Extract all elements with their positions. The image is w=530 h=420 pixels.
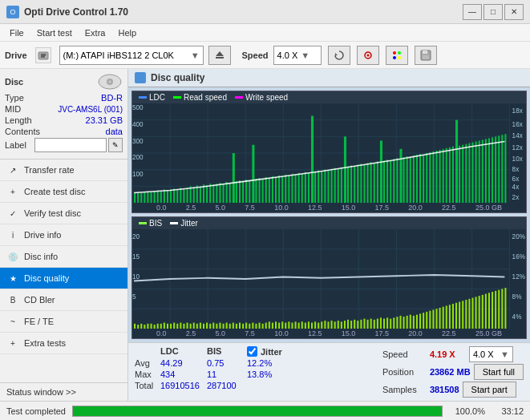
- sidebar-item-disc-quality[interactable]: ★ Disc quality: [0, 268, 127, 289]
- svg-rect-234: [321, 321, 322, 329]
- start-part-button[interactable]: Start part: [463, 382, 516, 398]
- svg-rect-110: [383, 160, 385, 203]
- sidebar-item-cd-bler[interactable]: B CD Bler: [0, 289, 127, 311]
- sidebar-item-create-test-disc[interactable]: + Create test disc: [0, 181, 127, 203]
- svg-rect-143: [492, 137, 493, 203]
- position-row: Position 23862 MB Start full: [382, 364, 524, 380]
- refresh-button[interactable]: [328, 46, 350, 65]
- chart-title: Disc quality: [151, 72, 204, 83]
- sidebar-item-transfer-rate[interactable]: ↗ Transfer rate: [0, 160, 127, 181]
- svg-text:100: 100: [132, 171, 144, 178]
- bis-legend: BIS: [139, 219, 162, 228]
- svg-rect-144: [495, 136, 496, 203]
- jitter-legend-dot: [170, 222, 178, 224]
- close-button[interactable]: ✕: [504, 4, 524, 20]
- menu-extra[interactable]: Extra: [79, 26, 112, 39]
- bis-total: 287100: [207, 381, 247, 390]
- sidebar-item-drive-info[interactable]: i Drive info: [0, 224, 127, 246]
- svg-rect-202: [216, 324, 217, 329]
- content-area: Disc quality LDC Read speed: [128, 69, 530, 401]
- contents-value: data: [106, 127, 123, 136]
- svg-rect-224: [288, 321, 289, 329]
- bottom-chart-x-axis: 0.0 2.5 5.0 7.5 10.0 12.5 15.0 17.5 20.0…: [132, 329, 526, 338]
- minimize-button[interactable]: —: [463, 4, 482, 20]
- svg-rect-146: [501, 135, 503, 203]
- svg-rect-281: [475, 297, 477, 329]
- ldc-max: 434: [160, 370, 207, 379]
- svg-rect-196: [196, 324, 198, 329]
- label-edit-button[interactable]: ✎: [108, 138, 123, 152]
- svg-rect-232: [314, 321, 316, 329]
- svg-rect-261: [410, 315, 411, 329]
- top-chart-x-axis: 0.0 2.5 5.0 7.5 10.0 12.5 15.0 17.5 20.0…: [132, 203, 526, 212]
- svg-rect-64: [233, 153, 235, 203]
- stats-main: LDC BIS Jitter Avg 44.29 0.75 12.2% Max: [135, 346, 309, 390]
- palette-button[interactable]: [386, 46, 408, 65]
- sidebar-item-extra-tests[interactable]: + Extra tests: [0, 333, 127, 354]
- svg-rect-197: [200, 323, 201, 329]
- status-text: Test completed: [6, 406, 66, 416]
- save-button[interactable]: [415, 46, 437, 65]
- svg-rect-251: [377, 319, 378, 329]
- sidebar-item-disc-info[interactable]: 💿 Disc info: [0, 246, 127, 268]
- progress-bar-fill: [73, 406, 442, 416]
- svg-rect-215: [259, 323, 261, 329]
- svg-rect-115: [399, 149, 402, 203]
- speed-select-display[interactable]: 4.0 X ▼: [469, 346, 513, 362]
- svg-rect-187: [167, 324, 168, 329]
- svg-rect-128: [443, 149, 444, 203]
- menu-bar: File Start test Extra Help: [0, 24, 530, 42]
- bottom-chart: BIS Jitter: [131, 216, 527, 339]
- samples-label: Samples: [382, 385, 427, 394]
- svg-point-9: [398, 51, 401, 55]
- cd-bler-label: CD Bler: [24, 295, 55, 305]
- eject-button[interactable]: [208, 46, 231, 65]
- svg-rect-68: [245, 180, 247, 203]
- svg-rect-102: [357, 164, 358, 203]
- start-full-button[interactable]: Start full: [474, 364, 524, 380]
- svg-rect-80: [285, 175, 286, 203]
- svg-rect-184: [157, 324, 159, 329]
- sidebar-item-verify-test-disc[interactable]: ✓ Verify test disc: [0, 203, 127, 224]
- svg-rect-185: [160, 324, 162, 329]
- svg-rect-69: [249, 180, 250, 203]
- menu-start-test[interactable]: Start test: [30, 26, 79, 39]
- settings-button[interactable]: [357, 46, 379, 65]
- svg-rect-98: [344, 136, 346, 203]
- svg-rect-220: [275, 321, 277, 329]
- svg-rect-268: [432, 309, 434, 329]
- svg-rect-104: [363, 164, 365, 203]
- svg-rect-212: [249, 324, 250, 329]
- svg-rect-214: [255, 324, 257, 329]
- svg-rect-191: [180, 323, 181, 329]
- bis-legend-dot: [139, 222, 147, 224]
- svg-text:10x: 10x: [512, 155, 524, 163]
- write-speed-legend-label: Write speed: [245, 93, 288, 102]
- progress-text: 100.0%: [449, 406, 485, 416]
- maximize-button[interactable]: □: [483, 4, 503, 20]
- sidebar-item-fe-te[interactable]: ~ FE / TE: [0, 311, 127, 333]
- svg-rect-77: [275, 177, 277, 203]
- menu-help[interactable]: Help: [111, 26, 143, 39]
- jitter-checkbox[interactable]: [247, 346, 257, 357]
- svg-rect-252: [380, 317, 382, 329]
- status-window-button[interactable]: Status window >>: [0, 382, 127, 401]
- drive-selector[interactable]: (M:) ATAPI iHBS112 2 CL0K ▼: [59, 46, 204, 65]
- speed-selector[interactable]: 4.0 X ▼: [273, 46, 322, 65]
- svg-rect-263: [416, 315, 418, 329]
- type-label: Type: [5, 93, 24, 103]
- bis-legend-label: BIS: [149, 219, 162, 228]
- svg-rect-217: [265, 323, 267, 329]
- svg-rect-246: [360, 320, 362, 329]
- menu-file[interactable]: File: [3, 26, 30, 39]
- svg-rect-124: [429, 152, 431, 203]
- svg-rect-111: [386, 160, 388, 203]
- label-input[interactable]: [34, 138, 107, 152]
- svg-rect-82: [291, 174, 293, 203]
- svg-rect-267: [429, 311, 431, 329]
- svg-marker-3: [216, 51, 224, 56]
- stats-avg-row: Avg 44.29 0.75 12.2%: [135, 358, 309, 368]
- svg-rect-103: [360, 164, 362, 203]
- svg-rect-244: [354, 320, 355, 329]
- svg-rect-188: [170, 324, 172, 329]
